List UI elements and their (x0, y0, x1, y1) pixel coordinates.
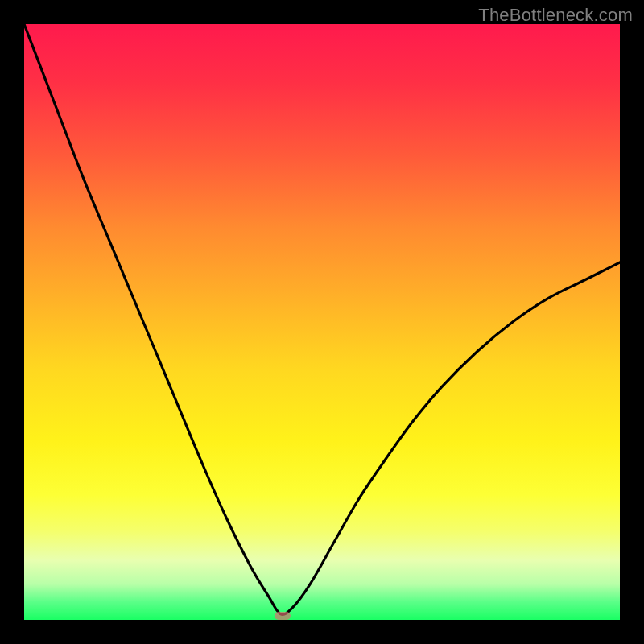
chart-frame: TheBottleneck.com (0, 0, 644, 644)
watermark-text: TheBottleneck.com (478, 5, 633, 26)
plot-area (24, 24, 620, 620)
optimal-point-marker (275, 612, 291, 620)
bottleneck-curve (24, 24, 620, 620)
